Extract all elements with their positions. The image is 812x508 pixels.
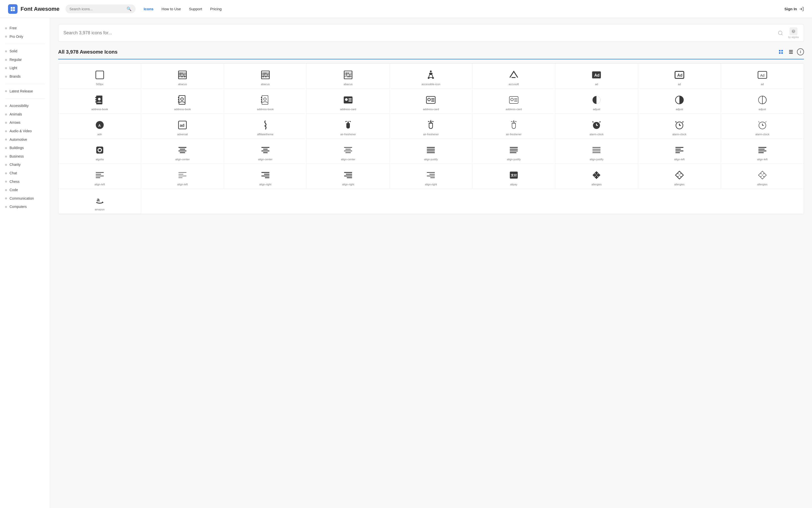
icon-cell[interactable]: align-justify bbox=[555, 139, 638, 164]
grid-view-button[interactable] bbox=[777, 48, 785, 56]
sidebar: Free Pro Only Solid Regular Light bbox=[0, 18, 50, 508]
icon-cell[interactable]: accusoft bbox=[473, 64, 555, 89]
sidebar-item-business[interactable]: Business bbox=[0, 152, 50, 161]
icon-cell[interactable]: adjust bbox=[638, 89, 721, 114]
sidebar-item-chat[interactable]: Chat bbox=[0, 169, 50, 178]
sidebar-item-free[interactable]: Free bbox=[0, 24, 50, 33]
icon-cell[interactable]: address-book bbox=[58, 89, 141, 114]
icon-cell[interactable]: affiliatetheme bbox=[224, 114, 307, 139]
header-search-input[interactable] bbox=[70, 7, 125, 11]
sidebar-item-audio-video[interactable]: Audio & Video bbox=[0, 127, 50, 135]
header-search[interactable]: 🔍 bbox=[66, 4, 135, 13]
svg-text:Ad: Ad bbox=[677, 73, 682, 77]
icon-cell[interactable]: adjust bbox=[721, 89, 804, 114]
sidebar-item-latest-release[interactable]: Latest Release bbox=[0, 87, 50, 96]
sidebar-item-brands[interactable]: Brands bbox=[0, 72, 50, 81]
sidebar-item-code[interactable]: Code bbox=[0, 186, 50, 195]
icon-cell[interactable]: air-freshener bbox=[307, 114, 390, 139]
icon-cell[interactable]: align-right bbox=[390, 164, 473, 189]
icon-label: adjust bbox=[723, 108, 802, 111]
main-search-bar[interactable]: by algolia bbox=[58, 24, 804, 42]
icon-cell[interactable]: abacus bbox=[224, 64, 307, 89]
nav-pricing[interactable]: Pricing bbox=[210, 7, 222, 11]
nav-icons[interactable]: Icons bbox=[144, 7, 153, 11]
nav-how-to-use[interactable]: How to Use bbox=[161, 7, 181, 11]
icon-cell[interactable]: align-left bbox=[721, 139, 804, 164]
sidebar-item-accessibility[interactable]: Accessibility bbox=[0, 102, 50, 110]
nav-support[interactable]: Support bbox=[189, 7, 202, 11]
sidebar-item-animals[interactable]: Animals bbox=[0, 110, 50, 119]
icon-label: ad bbox=[723, 82, 802, 86]
icon-cell[interactable]: align-right bbox=[224, 164, 307, 189]
icon-cell[interactable]: air-freshener bbox=[473, 114, 555, 139]
icon-cell[interactable]: accessible-icon bbox=[390, 64, 473, 89]
icon-cell[interactable]: align-center bbox=[141, 139, 224, 164]
svg-rect-71 bbox=[261, 99, 262, 100]
icon-cell[interactable]: align-left bbox=[638, 139, 721, 164]
icon-cell[interactable]: allergies bbox=[721, 164, 804, 189]
icon-cell[interactable]: address-book bbox=[224, 89, 307, 114]
icon-image bbox=[177, 144, 188, 156]
svg-point-46 bbox=[349, 74, 350, 75]
icon-cell[interactable]: address-card bbox=[390, 89, 473, 114]
svg-rect-13 bbox=[779, 52, 781, 54]
sidebar-item-computers[interactable]: Computers bbox=[0, 203, 50, 211]
icon-cell[interactable]: 支付alipay bbox=[473, 164, 555, 189]
icon-cell[interactable]: Adad bbox=[555, 64, 638, 89]
signin-button[interactable]: Sign In bbox=[784, 6, 804, 11]
icon-cell[interactable]: align-center bbox=[307, 139, 390, 164]
sidebar-dot bbox=[5, 27, 7, 29]
icon-cell[interactable]: address-card bbox=[307, 89, 390, 114]
icon-cell[interactable]: address-book bbox=[141, 89, 224, 114]
icon-cell[interactable]: address-card bbox=[473, 89, 555, 114]
list-view-button[interactable] bbox=[787, 48, 795, 56]
sidebar-item-charity[interactable]: Charity bbox=[0, 161, 50, 169]
icon-cell[interactable]: align-right bbox=[307, 164, 390, 189]
icon-cell[interactable]: abacus bbox=[141, 64, 224, 89]
icon-cell[interactable]: aamazon bbox=[58, 189, 141, 214]
icon-cell[interactable]: allergies bbox=[555, 164, 638, 189]
sidebar-style-section: Solid Regular Light Brands bbox=[0, 47, 50, 81]
svg-rect-16 bbox=[789, 51, 793, 52]
icon-cell[interactable]: alarm-clock bbox=[638, 114, 721, 139]
svg-text:Ad: Ad bbox=[760, 73, 764, 77]
sidebar-item-buildings[interactable]: Buildings bbox=[0, 144, 50, 152]
icon-label: affiliatetheme bbox=[226, 132, 304, 136]
icon-cell[interactable]: alarm-clock bbox=[721, 114, 804, 139]
svg-point-44 bbox=[348, 72, 349, 74]
icon-cell[interactable]: align-center bbox=[224, 139, 307, 164]
icon-cell[interactable]: algolia bbox=[58, 139, 141, 164]
icon-cell[interactable]: adjust bbox=[555, 89, 638, 114]
main-search-input[interactable] bbox=[64, 30, 775, 36]
icon-cell[interactable]: Aadn bbox=[58, 114, 141, 139]
icon-cell[interactable]: Adad bbox=[721, 64, 804, 89]
icon-cell[interactable]: abacus bbox=[307, 64, 390, 89]
sidebar-dot bbox=[5, 130, 7, 132]
icon-cell[interactable]: align-justify bbox=[390, 139, 473, 164]
icon-image bbox=[343, 170, 353, 181]
icon-cell[interactable]: adadversal bbox=[141, 114, 224, 139]
sidebar-item-automotive[interactable]: Automotive bbox=[0, 135, 50, 144]
icon-cell[interactable]: Adad bbox=[638, 64, 721, 89]
icon-label: alipay bbox=[475, 183, 553, 186]
svg-rect-70 bbox=[261, 97, 262, 98]
sidebar-item-pro-only[interactable]: Pro Only bbox=[0, 33, 50, 41]
icon-cell[interactable]: align-justify bbox=[473, 139, 555, 164]
sidebar-item-light[interactable]: Light bbox=[0, 64, 50, 72]
sidebar-item-solid[interactable]: Solid bbox=[0, 47, 50, 56]
svg-text:a: a bbox=[96, 197, 99, 202]
svg-point-178 bbox=[761, 173, 762, 174]
icon-cell[interactable]: alarm-clock bbox=[555, 114, 638, 139]
icon-cell[interactable]: allergies bbox=[638, 164, 721, 189]
icon-cell[interactable]: align-left bbox=[141, 164, 224, 189]
icon-cell[interactable]: 500px bbox=[58, 64, 141, 89]
info-button[interactable]: i bbox=[797, 48, 804, 55]
logo[interactable]: Font Awesome bbox=[8, 4, 59, 14]
sidebar-item-regular[interactable]: Regular bbox=[0, 56, 50, 64]
sidebar-item-communication[interactable]: Communication bbox=[0, 195, 50, 203]
svg-point-175 bbox=[678, 176, 679, 177]
icon-cell[interactable]: air-freshener bbox=[390, 114, 473, 139]
icon-cell[interactable]: align-left bbox=[58, 164, 141, 189]
sidebar-item-chess[interactable]: Chess bbox=[0, 178, 50, 186]
sidebar-item-arrows[interactable]: Arrows bbox=[0, 119, 50, 127]
